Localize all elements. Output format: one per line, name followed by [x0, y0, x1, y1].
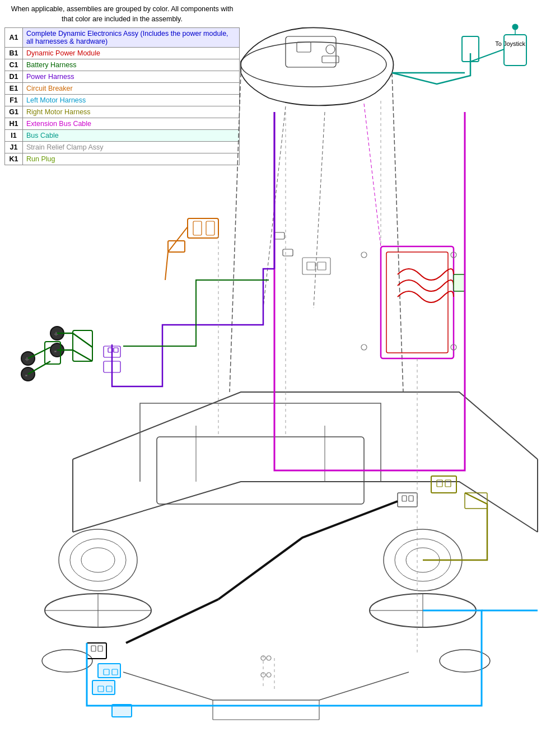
svg-text:+: + [25, 356, 29, 362]
svg-rect-40 [193, 221, 202, 235]
svg-rect-65 [98, 646, 102, 651]
svg-text:-: - [25, 371, 27, 378]
svg-point-0 [241, 42, 386, 87]
svg-line-31 [364, 104, 381, 246]
svg-line-30 [314, 112, 325, 308]
svg-rect-58 [409, 496, 413, 501]
svg-text:-: - [54, 347, 57, 354]
svg-point-23 [42, 650, 92, 672]
svg-point-3 [326, 45, 335, 54]
svg-rect-43 [283, 249, 293, 256]
chassis: + - + - [21, 24, 538, 720]
svg-rect-57 [402, 496, 407, 501]
svg-point-32 [361, 252, 367, 258]
svg-rect-42 [274, 232, 284, 239]
svg-point-34 [361, 344, 367, 350]
svg-point-76 [267, 673, 271, 677]
svg-point-9 [512, 24, 518, 30]
svg-rect-77 [168, 241, 185, 252]
svg-rect-27 [386, 252, 448, 353]
power-harness [112, 269, 274, 386]
svg-rect-41 [206, 221, 214, 235]
page-container: When applicable, assemblies are grouped … [0, 0, 560, 732]
svg-rect-7 [504, 35, 526, 66]
motor-cable-black [218, 501, 398, 599]
svg-point-12 [81, 548, 115, 572]
svg-point-74 [267, 656, 271, 660]
svg-rect-60 [437, 480, 442, 487]
svg-rect-28 [454, 274, 465, 291]
left-motor-harness-cyan [87, 610, 482, 706]
svg-point-11 [70, 539, 126, 581]
svg-rect-38 [318, 262, 326, 270]
circuit-breaker-cable [165, 227, 188, 280]
svg-rect-61 [445, 480, 451, 487]
extension-bus-cable [274, 112, 465, 470]
svg-rect-56 [398, 493, 417, 507]
svg-rect-54 [114, 348, 118, 352]
svg-rect-59 [431, 476, 456, 493]
svg-rect-2 [297, 42, 311, 52]
svg-rect-64 [91, 646, 96, 651]
svg-rect-37 [307, 262, 315, 270]
wiring-diagram: + - + - [0, 0, 560, 732]
svg-rect-26 [381, 246, 454, 358]
svg-line-6 [470, 49, 504, 62]
